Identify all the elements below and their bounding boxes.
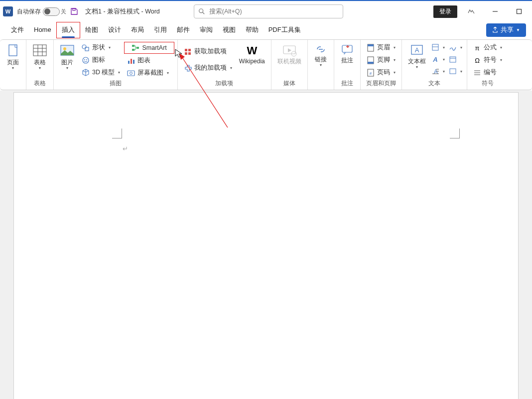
- tab-references[interactable]: 引用: [149, 22, 172, 38]
- number-icon: [473, 69, 481, 77]
- svg-text:Ω: Ω: [475, 57, 480, 64]
- save-icon[interactable]: [70, 7, 78, 15]
- header-button[interactable]: 页眉 ▾: [364, 42, 399, 53]
- symbol-label: 符号: [484, 56, 497, 64]
- svg-point-15: [83, 57, 89, 63]
- tab-mailings[interactable]: 邮件: [172, 22, 195, 38]
- autosave-label: 自动保存: [17, 7, 41, 16]
- signature-button[interactable]: ▾: [447, 42, 464, 53]
- search-input[interactable]: 搜索(Alt+Q): [194, 4, 343, 18]
- svg-text:W: W: [247, 44, 257, 57]
- search-placeholder: 搜索(Alt+Q): [209, 7, 242, 16]
- dropcap-button[interactable]: A▾: [430, 66, 446, 77]
- document-title: 文档1 - 兼容性模式 - Word: [85, 7, 160, 16]
- table-label: 表格: [34, 59, 46, 66]
- share-button[interactable]: 共享 ▼: [486, 23, 526, 37]
- margin-corner-tl: [112, 129, 122, 138]
- wikipedia-button[interactable]: W Wikipedia: [236, 42, 268, 67]
- svg-point-12: [63, 47, 66, 50]
- equation-button[interactable]: π 公式 ▾: [470, 42, 505, 53]
- 3d-models-label: 3D 模型: [92, 68, 115, 77]
- tab-draw[interactable]: 绘图: [80, 22, 103, 38]
- picture-icon: [60, 44, 75, 58]
- share-label: 共享: [501, 26, 514, 34]
- maximize-button[interactable]: [509, 4, 529, 19]
- chart-button[interactable]: 图表: [124, 55, 174, 66]
- shapes-button[interactable]: 形状 ▾: [79, 42, 123, 53]
- icons-icon: [82, 56, 90, 64]
- tab-insert[interactable]: 插入: [56, 22, 80, 38]
- link-icon: [314, 44, 327, 55]
- online-video-button[interactable]: 联机视频: [274, 42, 304, 67]
- table-button[interactable]: 表格 ▾: [29, 42, 50, 72]
- svg-rect-5: [9, 45, 17, 56]
- chart-label: 图表: [137, 56, 150, 65]
- svg-rect-23: [133, 60, 134, 64]
- autosave-control[interactable]: 自动保存 关: [17, 7, 66, 16]
- document-page[interactable]: ↵: [14, 93, 518, 399]
- equation-icon: π: [473, 44, 481, 52]
- my-addins-button[interactable]: 我的加载项 ▾: [181, 62, 235, 74]
- dropcap-icon: A: [431, 67, 439, 75]
- svg-text:A: A: [432, 56, 437, 63]
- comment-button[interactable]: 批注: [337, 42, 357, 66]
- video-icon: [282, 44, 297, 57]
- tab-home[interactable]: Home: [29, 23, 56, 37]
- svg-rect-26: [185, 49, 187, 51]
- tab-file[interactable]: 文件: [6, 22, 29, 38]
- pages-button[interactable]: 页面 ▾: [3, 42, 23, 72]
- table-icon: [32, 44, 47, 58]
- group-symbols-label: 符号: [470, 79, 505, 89]
- login-button[interactable]: 登录: [433, 5, 457, 18]
- wordart-button[interactable]: A▾: [430, 54, 446, 65]
- group-comments-label: 批注: [337, 79, 357, 89]
- pictures-button[interactable]: 图片 ▾: [57, 42, 78, 72]
- group-headerfooter-label: 页眉和页脚: [364, 79, 399, 89]
- store-icon: [184, 48, 192, 56]
- tab-help[interactable]: 帮助: [241, 22, 264, 38]
- tab-design[interactable]: 设计: [103, 22, 126, 38]
- wikipedia-icon: W: [245, 44, 259, 57]
- textbox-button[interactable]: A 文本框 ▾: [405, 42, 429, 71]
- symbol-button[interactable]: Ω 符号 ▾: [470, 54, 505, 66]
- get-addins-button[interactable]: 获取加载项: [181, 46, 235, 57]
- svg-rect-27: [188, 49, 191, 51]
- screenshot-icon: [127, 69, 135, 77]
- 3d-models-button[interactable]: 3D 模型 ▾: [79, 67, 123, 78]
- paragraph-mark: ↵: [123, 145, 128, 152]
- header-icon: [367, 44, 375, 52]
- quick-parts-button[interactable]: ▾: [430, 42, 446, 53]
- group-media: 联机视频 媒体: [271, 40, 308, 90]
- tab-view[interactable]: 视图: [218, 22, 241, 38]
- tab-review[interactable]: 审阅: [195, 22, 218, 38]
- textbox-label: 文本框: [408, 58, 426, 65]
- minimize-button[interactable]: [485, 4, 505, 19]
- group-headerfooter: 页眉 ▾ 页脚 ▾ # 页码 ▾ 页眉和页脚: [361, 40, 402, 90]
- signature-icon: [449, 43, 457, 51]
- autosave-toggle[interactable]: [43, 7, 60, 16]
- tab-layout[interactable]: 布局: [126, 22, 149, 38]
- smartart-button[interactable]: SmartArt: [124, 42, 174, 54]
- group-illustrations: 图片 ▾ 形状 ▾ 图标 3D 模型 ▾: [54, 40, 178, 90]
- screenshot-button[interactable]: 屏幕截图 ▾: [124, 67, 174, 79]
- smartart-icon: [132, 44, 139, 52]
- svg-rect-20: [136, 47, 139, 49]
- svg-point-1: [199, 9, 203, 13]
- icons-button[interactable]: 图标: [79, 54, 123, 66]
- footer-button[interactable]: 页脚 ▾: [364, 54, 399, 66]
- pagenumber-button[interactable]: # 页码 ▾: [364, 67, 399, 78]
- tab-pdf-tools[interactable]: PDF工具集: [264, 22, 306, 38]
- link-button[interactable]: 链接 ▾: [311, 42, 331, 69]
- icons-label: 图标: [92, 56, 105, 64]
- screenshot-label: 屏幕截图: [137, 69, 163, 77]
- number-button[interactable]: 编号: [470, 67, 505, 78]
- datetime-button[interactable]: [447, 54, 464, 65]
- margin-corner-tr: [450, 129, 460, 138]
- svg-rect-28: [185, 52, 187, 55]
- ribbon-display-options-icon[interactable]: [461, 4, 481, 19]
- object-button[interactable]: ▾: [447, 66, 464, 77]
- group-media-label: 媒体: [274, 79, 304, 89]
- pagenum-icon: #: [367, 69, 375, 77]
- svg-rect-37: [368, 44, 374, 46]
- svg-line-2: [203, 12, 205, 14]
